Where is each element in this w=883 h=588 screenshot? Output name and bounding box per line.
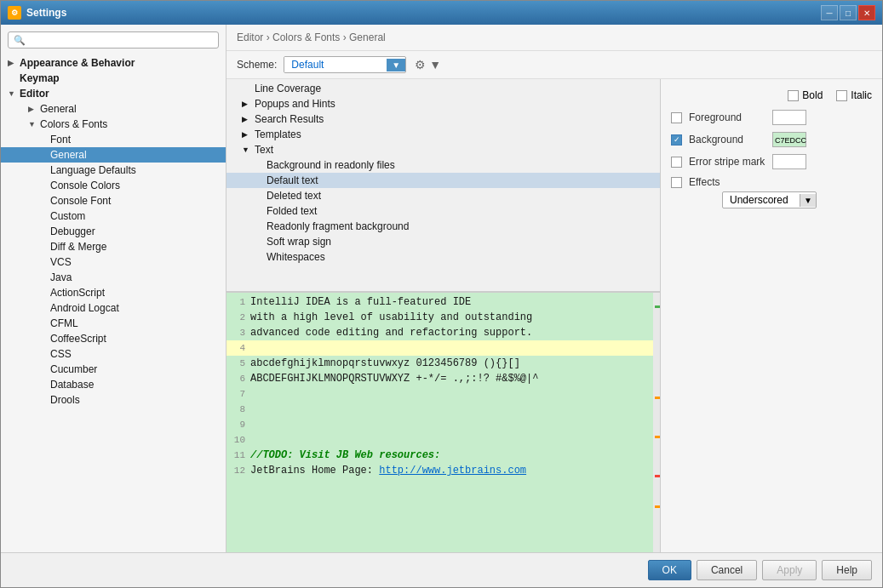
- effects-checkbox[interactable]: [671, 177, 682, 188]
- sidebar-item-console-colors[interactable]: Console Colors: [1, 178, 226, 193]
- bold-italic-row: Bold Italic: [671, 89, 872, 101]
- close-button[interactable]: ✕: [858, 5, 875, 20]
- tree-item-templates[interactable]: ▶ Templates: [226, 127, 660, 142]
- sidebar-item-editor[interactable]: ▼ Editor: [1, 86, 226, 101]
- preview-line-6: 6 ABCDEFGHIJKLMNOPQRSTUVWXYZ +-*/= .,;:!…: [226, 371, 660, 386]
- split-area: Line Coverage ▶ Popups and Hints ▶ Searc…: [226, 79, 882, 552]
- sidebar-item-general[interactable]: ▶ General: [1, 101, 226, 117]
- sidebar-item-css[interactable]: CSS: [1, 346, 226, 362]
- background-row: Background C7EDCC: [671, 132, 872, 147]
- error-stripe-color-box[interactable]: [772, 154, 806, 169]
- gear-icon[interactable]: ⚙ ▼: [413, 56, 443, 73]
- background-label: Background: [689, 134, 765, 146]
- preview-line-1: 1 IntelliJ IDEA is a full-featured IDE: [226, 294, 660, 310]
- scheme-select[interactable]: Default ▼: [284, 56, 406, 73]
- search-input[interactable]: [29, 34, 213, 46]
- sidebar-item-actionscript[interactable]: ActionScript: [1, 285, 226, 300]
- tree-item-readonly-fragment[interactable]: Readonly fragment background: [226, 219, 660, 234]
- line-number: 5: [226, 356, 250, 371]
- line-content: advanced code editing and refactoring su…: [250, 325, 660, 340]
- sidebar-item-label: Cucumber: [50, 363, 97, 375]
- line-content: [250, 386, 660, 402]
- foreground-checkbox[interactable]: [671, 112, 682, 123]
- sidebar-item-label: Console Font: [50, 195, 111, 207]
- line-number: 10: [226, 432, 250, 448]
- tree-item-bg-readonly[interactable]: Background in readonly files: [226, 157, 660, 173]
- sidebar: 🔍 ▶ Appearance & Behavior Keymap ▼ Edito…: [1, 25, 226, 552]
- sidebar-item-language-defaults[interactable]: Language Defaults: [1, 163, 226, 178]
- line-number: 2: [226, 310, 250, 325]
- tree-item-deleted-text[interactable]: Deleted text: [226, 188, 660, 203]
- sidebar-item-font[interactable]: Font: [1, 132, 226, 147]
- sidebar-item-label: General: [40, 103, 77, 115]
- sidebar-item-debugger[interactable]: Debugger: [1, 224, 226, 239]
- tree-item-popups-hints[interactable]: ▶ Popups and Hints: [226, 96, 660, 111]
- sidebar-item-diff-merge[interactable]: Diff & Merge: [1, 239, 226, 254]
- bold-checkbox[interactable]: [788, 90, 799, 101]
- tree-item-search-results[interactable]: ▶ Search Results: [226, 111, 660, 127]
- sidebar-item-android-logcat[interactable]: Android Logcat: [1, 300, 226, 316]
- italic-item: Italic: [836, 89, 872, 101]
- effects-dropdown-value: Underscored: [723, 192, 800, 208]
- cancel-button[interactable]: Cancel: [697, 560, 757, 580]
- sidebar-item-database[interactable]: Database: [1, 377, 226, 392]
- sidebar-item-label: Appearance & Behavior: [20, 57, 135, 69]
- scroll-mark-orange-2: [655, 436, 660, 438]
- sidebar-item-appearance[interactable]: ▶ Appearance & Behavior: [1, 55, 226, 71]
- line-number: 8: [226, 402, 250, 417]
- line-number: 1: [226, 294, 250, 310]
- effects-dropdown-btn[interactable]: ▼: [800, 194, 816, 207]
- tree-item-label: Deleted text: [267, 190, 321, 202]
- sidebar-item-label: Database: [50, 379, 94, 391]
- scheme-dropdown-btn[interactable]: ▼: [387, 59, 405, 71]
- search-box[interactable]: 🔍: [8, 31, 219, 49]
- arrow-icon: ▶: [242, 130, 252, 139]
- line-content: abcdefghijklmnopqrstuvwxyz 0123456789 ()…: [250, 356, 660, 371]
- error-stripe-checkbox[interactable]: [671, 157, 682, 168]
- sidebar-item-vcs[interactable]: VCS: [1, 254, 226, 270]
- main-content: 🔍 ▶ Appearance & Behavior Keymap ▼ Edito…: [1, 25, 882, 552]
- ok-button[interactable]: OK: [648, 560, 691, 580]
- sidebar-item-general-selected[interactable]: General: [1, 147, 226, 163]
- scroll-mark-orange-1: [655, 397, 660, 399]
- tree-item-text[interactable]: ▼ Text: [226, 142, 660, 157]
- main-panel: Editor › Colors & Fonts › General Scheme…: [226, 25, 882, 552]
- effects-dropdown[interactable]: Underscored ▼: [722, 191, 817, 208]
- sidebar-item-colors-fonts[interactable]: ▼ Colors & Fonts: [1, 117, 226, 132]
- sidebar-item-cucumber[interactable]: Cucumber: [1, 362, 226, 377]
- breadcrumb-text: Editor › Colors & Fonts › General: [237, 31, 386, 43]
- line-content: [250, 417, 660, 432]
- maximize-button[interactable]: □: [840, 5, 857, 20]
- tree-item-soft-wrap[interactable]: Soft wrap sign: [226, 234, 660, 249]
- sidebar-item-label: Keymap: [20, 72, 60, 84]
- minimize-button[interactable]: ─: [821, 5, 838, 20]
- foreground-color-box[interactable]: [772, 110, 806, 125]
- sidebar-item-keymap[interactable]: Keymap: [1, 71, 226, 86]
- preview-area: 1 IntelliJ IDEA is a full-featured IDE 2…: [226, 292, 660, 552]
- sidebar-item-custom[interactable]: Custom: [1, 208, 226, 224]
- tree-item-folded-text[interactable]: Folded text: [226, 203, 660, 219]
- sidebar-item-drools[interactable]: Drools: [1, 392, 226, 408]
- tree-item-label: Search Results: [255, 113, 324, 125]
- line-number: 3: [226, 325, 250, 340]
- help-button[interactable]: Help: [822, 560, 872, 580]
- tree-item-default-text[interactable]: Default text: [226, 173, 660, 188]
- sidebar-item-java[interactable]: Java: [1, 270, 226, 285]
- tree-item-line-coverage[interactable]: Line Coverage: [226, 81, 660, 96]
- background-checkbox[interactable]: [671, 134, 682, 146]
- tree-item-label: Text: [255, 144, 273, 156]
- line-number: 12: [226, 463, 250, 478]
- preview-line-9: 9: [226, 417, 660, 432]
- italic-checkbox[interactable]: [836, 90, 847, 101]
- line-number: 11: [226, 448, 250, 463]
- apply-button[interactable]: Apply: [762, 560, 817, 580]
- sidebar-item-coffeescript[interactable]: CoffeeScript: [1, 331, 226, 346]
- line-content: [250, 432, 660, 448]
- tree-item-whitespaces[interactable]: Whitespaces: [226, 249, 660, 265]
- app-icon: ⚙: [8, 6, 21, 20]
- bold-item: Bold: [788, 89, 823, 101]
- sidebar-item-label: Console Colors: [50, 180, 120, 191]
- sidebar-item-cfml[interactable]: CFML: [1, 316, 226, 331]
- sidebar-item-console-font[interactable]: Console Font: [1, 193, 226, 208]
- background-color-box[interactable]: C7EDCC: [772, 132, 806, 147]
